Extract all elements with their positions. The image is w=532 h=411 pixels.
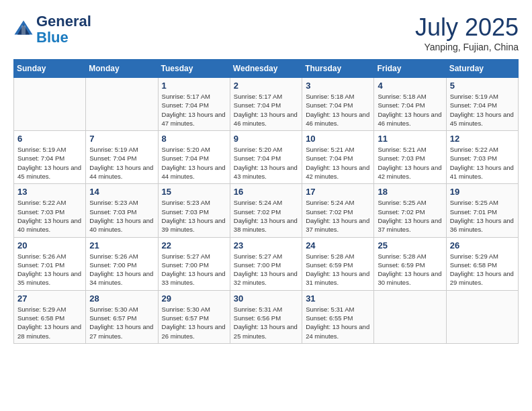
calendar-cell: 31Sunrise: 5:31 AMSunset: 6:55 PMDayligh…	[302, 290, 374, 343]
day-number: 8	[162, 134, 226, 144]
calendar-header-row: SundayMondayTuesdayWednesdayThursdayFrid…	[14, 60, 519, 78]
day-info: Sunrise: 5:31 AMSunset: 6:55 PMDaylight:…	[306, 305, 370, 340]
calendar-cell: 20Sunrise: 5:26 AMSunset: 7:01 PMDayligh…	[14, 237, 86, 290]
day-info: Sunrise: 5:17 AMSunset: 7:04 PMDaylight:…	[234, 92, 298, 128]
calendar-cell: 25Sunrise: 5:28 AMSunset: 6:59 PMDayligh…	[374, 237, 446, 290]
calendar-cell	[446, 290, 518, 343]
svg-rect-2	[21, 26, 26, 35]
day-info: Sunrise: 5:24 AMSunset: 7:02 PMDaylight:…	[306, 198, 370, 234]
day-info: Sunrise: 5:17 AMSunset: 7:04 PMDaylight:…	[162, 92, 226, 128]
calendar-cell: 6Sunrise: 5:19 AMSunset: 7:04 PMDaylight…	[14, 131, 86, 184]
logo-text: GeneralBlue	[36, 13, 91, 46]
day-info: Sunrise: 5:19 AMSunset: 7:04 PMDaylight:…	[17, 145, 82, 181]
header-monday: Monday	[86, 60, 158, 78]
day-info: Sunrise: 5:28 AMSunset: 6:59 PMDaylight:…	[306, 252, 370, 287]
calendar-cell: 12Sunrise: 5:22 AMSunset: 7:03 PMDayligh…	[446, 131, 518, 184]
day-number: 5	[450, 81, 515, 91]
calendar-cell: 15Sunrise: 5:23 AMSunset: 7:03 PMDayligh…	[158, 184, 230, 237]
calendar-cell: 18Sunrise: 5:25 AMSunset: 7:02 PMDayligh…	[374, 184, 446, 237]
page-header: GeneralBlue July 2025 Yanping, Fujian, C…	[13, 13, 519, 52]
week-row-4: 20Sunrise: 5:26 AMSunset: 7:01 PMDayligh…	[14, 237, 519, 290]
calendar-cell: 13Sunrise: 5:22 AMSunset: 7:03 PMDayligh…	[14, 184, 86, 237]
day-number: 9	[234, 134, 298, 144]
day-number: 25	[378, 240, 442, 250]
calendar-cell: 17Sunrise: 5:24 AMSunset: 7:02 PMDayligh…	[302, 184, 374, 237]
calendar-cell: 16Sunrise: 5:24 AMSunset: 7:02 PMDayligh…	[230, 184, 302, 237]
day-number: 28	[89, 293, 154, 304]
day-info: Sunrise: 5:20 AMSunset: 7:04 PMDaylight:…	[234, 145, 298, 181]
day-number: 14	[89, 187, 154, 197]
header-wednesday: Wednesday	[230, 60, 302, 78]
day-number: 18	[378, 187, 442, 197]
calendar-cell: 27Sunrise: 5:29 AMSunset: 6:58 PMDayligh…	[14, 290, 86, 343]
day-info: Sunrise: 5:22 AMSunset: 7:03 PMDaylight:…	[17, 198, 82, 234]
day-number: 23	[234, 240, 298, 250]
logo: GeneralBlue	[13, 13, 91, 46]
calendar-cell: 26Sunrise: 5:29 AMSunset: 6:58 PMDayligh…	[446, 237, 518, 290]
day-info: Sunrise: 5:31 AMSunset: 6:56 PMDaylight:…	[234, 305, 298, 340]
week-row-2: 6Sunrise: 5:19 AMSunset: 7:04 PMDaylight…	[14, 131, 519, 184]
day-info: Sunrise: 5:23 AMSunset: 7:03 PMDaylight:…	[89, 198, 154, 234]
location: Yanping, Fujian, China	[415, 42, 519, 52]
title-block: July 2025 Yanping, Fujian, China	[415, 13, 519, 52]
day-number: 13	[17, 187, 82, 197]
calendar-cell: 5Sunrise: 5:19 AMSunset: 7:04 PMDaylight…	[446, 78, 518, 131]
day-number: 6	[17, 134, 82, 144]
day-number: 27	[17, 293, 82, 304]
day-info: Sunrise: 5:18 AMSunset: 7:04 PMDaylight:…	[378, 92, 442, 128]
calendar-cell: 24Sunrise: 5:28 AMSunset: 6:59 PMDayligh…	[302, 237, 374, 290]
calendar-cell: 29Sunrise: 5:30 AMSunset: 6:57 PMDayligh…	[158, 290, 230, 343]
day-number: 20	[17, 240, 82, 250]
day-info: Sunrise: 5:30 AMSunset: 6:57 PMDaylight:…	[162, 305, 226, 340]
calendar-cell: 3Sunrise: 5:18 AMSunset: 7:04 PMDaylight…	[302, 78, 374, 131]
day-number: 7	[89, 134, 154, 144]
week-row-3: 13Sunrise: 5:22 AMSunset: 7:03 PMDayligh…	[14, 184, 519, 237]
day-number: 24	[306, 240, 370, 250]
calendar-cell: 30Sunrise: 5:31 AMSunset: 6:56 PMDayligh…	[230, 290, 302, 343]
day-number: 16	[234, 187, 298, 197]
day-info: Sunrise: 5:29 AMSunset: 6:58 PMDaylight:…	[450, 252, 515, 287]
day-info: Sunrise: 5:22 AMSunset: 7:03 PMDaylight:…	[450, 145, 515, 181]
day-info: Sunrise: 5:19 AMSunset: 7:04 PMDaylight:…	[89, 145, 154, 181]
day-number: 15	[162, 187, 226, 197]
day-info: Sunrise: 5:25 AMSunset: 7:02 PMDaylight:…	[378, 198, 442, 234]
calendar-cell: 7Sunrise: 5:19 AMSunset: 7:04 PMDaylight…	[86, 131, 158, 184]
day-info: Sunrise: 5:30 AMSunset: 6:57 PMDaylight:…	[89, 305, 154, 340]
day-number: 17	[306, 187, 370, 197]
calendar-cell	[14, 78, 86, 131]
calendar-cell: 21Sunrise: 5:26 AMSunset: 7:00 PMDayligh…	[86, 237, 158, 290]
calendar-cell: 10Sunrise: 5:21 AMSunset: 7:04 PMDayligh…	[302, 131, 374, 184]
day-number: 4	[378, 81, 442, 91]
calendar-cell: 4Sunrise: 5:18 AMSunset: 7:04 PMDaylight…	[374, 78, 446, 131]
day-number: 1	[162, 81, 226, 91]
calendar-cell	[86, 78, 158, 131]
calendar-cell: 2Sunrise: 5:17 AMSunset: 7:04 PMDaylight…	[230, 78, 302, 131]
day-info: Sunrise: 5:29 AMSunset: 6:58 PMDaylight:…	[17, 305, 82, 340]
day-info: Sunrise: 5:18 AMSunset: 7:04 PMDaylight:…	[306, 92, 370, 128]
header-saturday: Saturday	[446, 60, 518, 78]
day-info: Sunrise: 5:26 AMSunset: 7:01 PMDaylight:…	[17, 252, 82, 287]
day-info: Sunrise: 5:23 AMSunset: 7:03 PMDaylight:…	[162, 198, 226, 234]
week-row-5: 27Sunrise: 5:29 AMSunset: 6:58 PMDayligh…	[14, 290, 519, 343]
calendar-cell: 22Sunrise: 5:27 AMSunset: 7:00 PMDayligh…	[158, 237, 230, 290]
day-info: Sunrise: 5:21 AMSunset: 7:03 PMDaylight:…	[378, 145, 442, 181]
calendar-cell: 8Sunrise: 5:20 AMSunset: 7:04 PMDaylight…	[158, 131, 230, 184]
calendar-cell	[374, 290, 446, 343]
header-friday: Friday	[374, 60, 446, 78]
header-thursday: Thursday	[302, 60, 374, 78]
day-info: Sunrise: 5:25 AMSunset: 7:01 PMDaylight:…	[450, 198, 515, 234]
logo-icon	[13, 19, 34, 40]
calendar-cell: 19Sunrise: 5:25 AMSunset: 7:01 PMDayligh…	[446, 184, 518, 237]
month-title: July 2025	[415, 13, 519, 42]
day-number: 19	[450, 187, 515, 197]
day-number: 11	[378, 134, 442, 144]
day-number: 3	[306, 81, 370, 91]
day-number: 30	[234, 293, 298, 304]
day-number: 21	[89, 240, 154, 250]
day-number: 31	[306, 293, 370, 304]
day-number: 22	[162, 240, 226, 250]
day-number: 12	[450, 134, 515, 144]
header-tuesday: Tuesday	[158, 60, 230, 78]
calendar-cell: 9Sunrise: 5:20 AMSunset: 7:04 PMDaylight…	[230, 131, 302, 184]
calendar-table: SundayMondayTuesdayWednesdayThursdayFrid…	[13, 59, 519, 344]
